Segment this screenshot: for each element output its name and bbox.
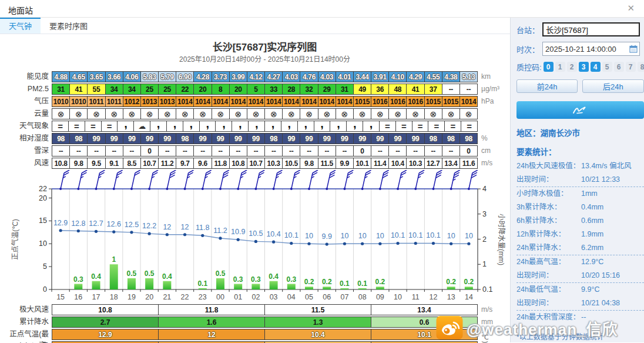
table-cell-cloud: ⊗	[212, 108, 230, 119]
table-cell-wind: 10.8	[229, 158, 247, 169]
table-cell-pressure: 1014	[459, 96, 478, 107]
svg-text:5: 5	[43, 262, 47, 271]
stat-row: 出现时间：10/21 04:38	[516, 297, 644, 311]
table-cell-cloud: ⊗	[282, 108, 300, 119]
qc-code-button-1[interactable]: 1	[555, 62, 565, 72]
tab-weather-clock[interactable]: 天气钟	[0, 18, 41, 34]
table-cell-wind: 10.3	[406, 158, 424, 169]
calendar-icon[interactable]	[629, 45, 638, 53]
table-cell-pm25: 31	[52, 84, 70, 95]
table-cell-snow: --	[212, 145, 230, 156]
table-cell-humidity: 99	[318, 133, 336, 144]
table-cell-pm25: 5	[247, 84, 265, 95]
table-cell-visibility: 4.88	[52, 71, 70, 82]
table-cell-humidity: 99	[300, 133, 318, 144]
table-cell-humidity: 99	[193, 133, 212, 144]
summary-cell: 11.5	[264, 304, 371, 315]
row-label-pm25: PM2.5	[1, 84, 52, 95]
precip-bar	[234, 284, 242, 290]
table-cell-cloud: ⊗	[229, 108, 247, 119]
stat-value: 10/20 15:16	[581, 269, 620, 282]
stat-row: 24h极大风速极值：13.4m/s 偏北风	[516, 159, 644, 173]
prev-24h-button[interactable]: 前24h	[516, 79, 578, 93]
station-input[interactable]	[542, 22, 640, 36]
sidebar: 台站： 时次： 质控码: 0123456789 前24h	[510, 18, 644, 342]
row-unit: hPa	[478, 96, 508, 107]
table-cell-weather: ,	[297, 121, 314, 132]
svg-text:16: 16	[74, 293, 82, 301]
table-cell-cloud: ⊗	[105, 108, 123, 119]
summary-table: (℃) 极大风速10.811.811.513.4m/s累计降水2.71.61.3…	[1, 304, 510, 343]
table-row-wind: 风速10.89.89.59.18.510.711.29.79.611.810.8…	[1, 158, 510, 169]
qc-code-button-4[interactable]: 4	[591, 62, 601, 72]
next-24h-button[interactable]: 后24h	[582, 79, 643, 93]
table-cell-cloud: ⊗	[140, 108, 159, 119]
table-cell-humidity: 99	[158, 133, 176, 144]
table-cell-visibility: 4.76	[300, 71, 318, 82]
table-cell-snow: --	[336, 145, 354, 156]
qc-code-button-7[interactable]: 7	[626, 62, 636, 72]
table-cell-visibility: 3.44	[353, 71, 371, 82]
table-cell-cloud: ⊗	[176, 108, 194, 119]
table-cell-weather: =	[412, 121, 429, 132]
row-unit: µg/m³	[478, 84, 508, 95]
precip-bar	[199, 288, 207, 289]
tab-element-timeseries[interactable]: 要素时序图	[41, 18, 96, 34]
table-cell-cloud: ⊗	[318, 108, 336, 119]
table-cell-pressure: 1011	[105, 96, 123, 107]
table-cell-pressure: 1016	[406, 96, 424, 107]
table-cell-cloud: ⊗	[87, 108, 105, 119]
table-cell-pressure: 1014	[282, 96, 300, 107]
table-cell-pressure: 1014	[176, 96, 194, 107]
row-label-pressure: 气压	[1, 96, 52, 107]
stat-row: 出现时间：10/21 12:33	[516, 173, 644, 187]
qc-code-button-0[interactable]: 0	[544, 62, 554, 72]
time-input[interactable]	[542, 42, 640, 56]
table-cell-snow: --	[282, 145, 300, 156]
temp-label: 10.9	[231, 228, 245, 236]
close-icon[interactable]: ✕	[627, 3, 635, 14]
svg-text:18: 18	[110, 293, 118, 301]
qc-code-button-2[interactable]: 2	[567, 62, 577, 72]
qc-code-button-6[interactable]: 6	[614, 62, 624, 72]
svg-text:17: 17	[92, 293, 100, 301]
table-cell-humidity: 99	[336, 133, 354, 144]
table-cell-pressure: 1010	[69, 96, 88, 107]
table-cell-snow: 0	[459, 145, 478, 156]
table-cell-pressure: 1014	[229, 96, 247, 107]
right-axis-labels: 0.11234	[482, 185, 492, 294]
qc-code-button-3[interactable]: 3	[579, 62, 589, 72]
svg-text:20: 20	[39, 194, 47, 202]
table-cell-visibility: 6.90	[176, 71, 194, 82]
temp-label: 10.1	[284, 231, 298, 239]
table-cell-visibility: 5.13	[459, 71, 478, 82]
summary-row: 累计降水2.71.61.30.6mm	[1, 317, 510, 328]
table-cell-weather: ,	[363, 121, 380, 132]
stat-row: 3h累计降水：0.4mm	[516, 201, 644, 214]
precip-bar	[110, 264, 118, 289]
stat-label: 出现时间：	[516, 297, 581, 310]
table-cell-cloud: ⊗	[459, 108, 478, 119]
stat-label: 出现时间：	[516, 173, 581, 187]
table-cell-snow: 0	[353, 145, 371, 156]
temp-label: 12	[181, 223, 189, 231]
qc-code-button-8[interactable]: 8	[638, 62, 644, 72]
temp-point	[414, 242, 417, 245]
table-cell-humidity: 98	[459, 133, 478, 144]
right-axis-title: 小时降水量(mm)	[497, 214, 505, 265]
temp-point	[378, 242, 381, 245]
summary-cell: 10.8	[52, 304, 159, 315]
qc-code-button-5[interactable]: 5	[602, 62, 612, 72]
temp-point	[272, 241, 275, 244]
plot-button[interactable]	[516, 101, 644, 119]
precip-label: 0.1	[340, 279, 350, 288]
table-cell-snow: --	[388, 145, 407, 156]
svg-text:00: 00	[216, 293, 224, 301]
table-cell-pressure: 1014	[193, 96, 212, 107]
summary-cell: 12	[158, 329, 265, 340]
table-cell-pressure: 1016	[371, 96, 389, 107]
precip-label: 0.2	[446, 278, 456, 286]
precip-bar	[305, 287, 313, 289]
time-series-chart: 05101520220.11234正点气温(℃)小时降水量(mm)0.30.41…	[0, 170, 510, 304]
table-cell-humidity: 99	[87, 133, 105, 144]
